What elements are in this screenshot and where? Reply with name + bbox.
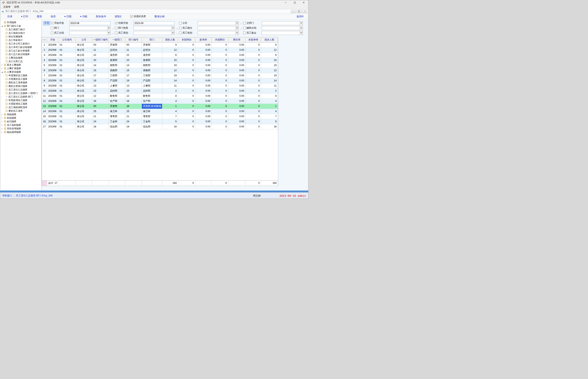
table-cell[interactable]: 16 — [92, 99, 109, 104]
table-cell[interactable]: 本公司 — [76, 73, 92, 78]
emp-set-checkbox[interactable] — [243, 32, 246, 34]
column-header[interactable]: 公司 — [76, 37, 92, 43]
table-cell[interactable]: 0 — [178, 104, 195, 109]
table-cell[interactable]: 6 — [162, 53, 178, 58]
table-cell[interactable]: 23 — [92, 88, 109, 94]
emp-gender-checkbox[interactable] — [179, 32, 181, 34]
table-cell[interactable]: 财务部 — [142, 94, 162, 99]
tree-item[interactable]: ▷基本人事报表 — [0, 63, 42, 67]
row-number-cell[interactable]: 4 — [42, 58, 47, 63]
tree-item[interactable]: 员工总工龄分类报表 — [0, 49, 42, 52]
table-cell[interactable]: 0.00 — [228, 73, 245, 78]
table-cell[interactable]: 2 — [162, 88, 178, 94]
table-cell[interactable]: 19 — [162, 63, 178, 68]
column-header[interactable]: 一级部门 — [109, 37, 125, 43]
table-cell[interactable]: 11 — [162, 83, 178, 88]
table-cell[interactable]: 产品部 — [109, 78, 125, 83]
tree-item[interactable]: 年度离职员工报表 — [0, 74, 42, 77]
table-cell[interactable]: 202308 — [47, 47, 58, 53]
toolbar-button-3[interactable]: 图形 — [37, 15, 42, 18]
toolbar-button-5[interactable]: ◆日期 — [64, 15, 71, 18]
table-cell[interactable]: 01 — [58, 53, 76, 58]
column-header[interactable]: 公司编号 — [58, 37, 76, 43]
table-cell[interactable]: 202308 — [47, 109, 58, 114]
table-cell[interactable]: 总经办 — [109, 47, 125, 53]
table-cell[interactable]: 14 — [261, 78, 278, 83]
tree-item[interactable]: 离职分类统计报表 — [0, 84, 42, 88]
table-cell[interactable]: 0.00 — [195, 109, 212, 114]
table-cell[interactable]: 202308 — [47, 73, 58, 78]
table-cell[interactable]: 19 — [162, 73, 178, 78]
table-cell[interactable]: 0.00 — [195, 119, 212, 124]
tree-item[interactable]: ▷保险报表 — [0, 113, 42, 116]
dept-dropdown[interactable] — [69, 26, 111, 30]
table-cell[interactable]: 本公司 — [76, 94, 92, 99]
table-cell[interactable]: 0 — [178, 109, 195, 114]
table-cell[interactable]: 发展部 — [142, 58, 162, 63]
emp-group-more-button[interactable]: .. — [112, 32, 114, 34]
table-cell[interactable]: 0.00 — [195, 58, 212, 63]
table-cell[interactable]: 0 — [245, 109, 261, 114]
tree-item[interactable]: ◢人事变动报表 — [0, 70, 42, 74]
table-row[interactable]: 1520230801本公司21零售部21零售部700.0000.0007 — [42, 114, 278, 119]
table-cell[interactable]: 0 — [178, 99, 195, 104]
column-header[interactable]: 离职率 — [228, 37, 245, 43]
tree-item[interactable]: 兼职员工清单 — [0, 109, 42, 113]
parent-dept-checkbox[interactable] — [243, 22, 246, 24]
table-cell[interactable]: 本公司 — [76, 104, 92, 109]
tree-item[interactable]: 月度新增员工报表 — [0, 102, 42, 106]
table-cell[interactable]: 202308 — [47, 43, 58, 47]
table-cell[interactable]: 0.00 — [228, 109, 245, 114]
table-cell[interactable]: 产品部 — [142, 78, 162, 83]
table-cell[interactable]: 8 — [261, 94, 278, 99]
table-cell[interactable]: 财务部 — [109, 94, 125, 99]
table-cell[interactable]: 0 — [245, 58, 261, 63]
menu-main[interactable]: 主菜单 — [1, 5, 12, 9]
table-cell[interactable]: 0.00 — [195, 99, 212, 104]
tree-item[interactable]: ▷宿舍管理报表 — [0, 127, 42, 130]
table-cell[interactable]: 25 — [125, 109, 142, 114]
table-cell[interactable]: 0 — [245, 68, 261, 73]
table-cell[interactable]: 01 — [58, 73, 76, 78]
row-number-cell[interactable]: 9 — [42, 83, 47, 88]
table-cell[interactable]: 0 — [178, 88, 195, 94]
table-cell[interactable]: 本公司 — [76, 43, 92, 47]
table-cell[interactable]: 0.00 — [228, 94, 245, 99]
tree-item[interactable]: 员工年龄统计 — [0, 38, 42, 42]
table-cell[interactable]: 0 — [178, 68, 195, 73]
tree-item[interactable]: ▷员工福利报表 — [0, 123, 42, 127]
table-cell[interactable]: 5 — [162, 119, 178, 124]
table-cell[interactable]: 0.00 — [195, 68, 212, 73]
table-cell[interactable]: 0.00 — [195, 83, 212, 88]
tree-item[interactable]: 离职员工清单报表 — [0, 81, 42, 84]
collapsed-icon[interactable]: ▷ — [1, 114, 4, 115]
table-cell[interactable]: 21 — [125, 114, 142, 119]
table-cell[interactable]: 25 — [92, 109, 109, 114]
table-cell[interactable]: 01 — [58, 43, 76, 47]
table-cell[interactable]: 工程部 — [142, 73, 162, 78]
table-row[interactable]: 520230801本公司14销售部14销售部1900.0000.00019 — [42, 63, 278, 68]
emp-post-checkbox[interactable] — [179, 27, 181, 29]
dept-nature-more-button[interactable]: .. — [176, 27, 178, 30]
table-cell[interactable]: 0.00 — [228, 88, 245, 94]
tree-item[interactable]: ▷奖励报表 — [0, 116, 42, 120]
column-header[interactable]: 部门 — [142, 37, 162, 43]
maximize-button[interactable] — [290, 0, 299, 5]
table-cell[interactable]: 直营部 — [142, 53, 162, 58]
table-cell[interactable]: 0 — [212, 78, 228, 83]
row-number-cell[interactable]: 12 — [42, 99, 47, 104]
row-number-cell[interactable]: 7 — [42, 73, 47, 78]
table-cell[interactable]: 0 — [212, 114, 228, 119]
table-cell[interactable]: 202308 — [47, 58, 58, 63]
table-cell[interactable]: 202308 — [47, 99, 58, 104]
start-month-input[interactable] — [69, 21, 111, 25]
table-cell[interactable]: 202308 — [47, 119, 58, 124]
table-row[interactable]: 1320230801本公司00开发部26开发部-杭州基地100.0000.000… — [42, 104, 278, 109]
menu-help[interactable]: 说明 — [12, 5, 21, 9]
row-number-cell[interactable]: 2 — [42, 47, 47, 53]
table-cell[interactable]: 发展部 — [109, 58, 125, 63]
row-number-cell[interactable]: 15 — [42, 114, 47, 119]
table-cell[interactable]: 0 — [245, 104, 261, 109]
table-cell[interactable]: 01 — [58, 119, 76, 124]
table-cell[interactable]: 0 — [178, 114, 195, 119]
